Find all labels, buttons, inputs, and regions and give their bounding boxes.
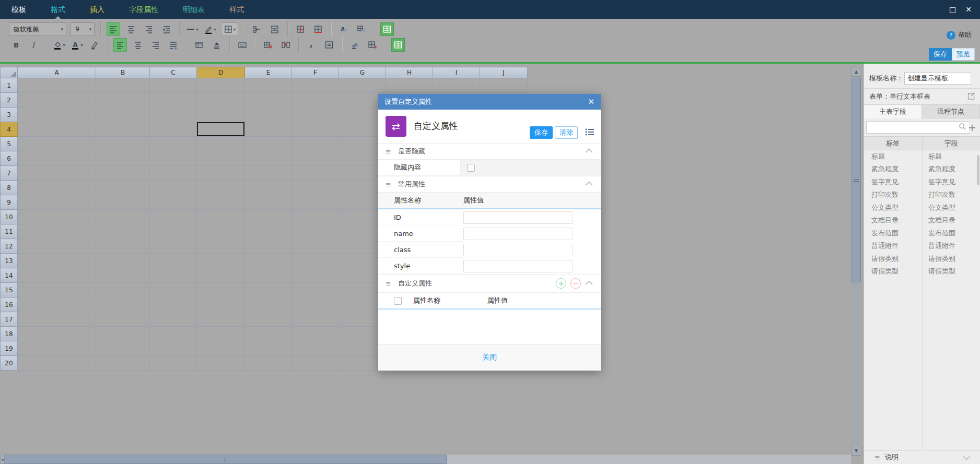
cell-D10[interactable] xyxy=(197,210,245,224)
cell-E8[interactable] xyxy=(245,181,292,195)
scroll-left-icon[interactable]: ◂ xyxy=(0,455,5,464)
cell-A7[interactable] xyxy=(18,166,96,181)
cell-C15[interactable] xyxy=(150,283,197,298)
field-row-请假类型[interactable]: 请假类型请假类型 xyxy=(864,265,980,278)
select-all-corner[interactable] xyxy=(1,67,18,78)
cell-B14[interactable] xyxy=(96,268,150,283)
row-header-2[interactable]: 2 xyxy=(1,93,18,108)
cell-E17[interactable] xyxy=(245,312,292,327)
cell-D2[interactable] xyxy=(197,93,245,108)
border-line-style-button[interactable]: ▾ xyxy=(185,22,199,36)
cell-F4[interactable] xyxy=(292,122,339,137)
align-right-button[interactable] xyxy=(149,38,162,52)
cell-E18[interactable] xyxy=(245,327,292,341)
row-header-18[interactable]: 18 xyxy=(1,327,18,341)
cell-E7[interactable] xyxy=(245,166,292,181)
cell-B11[interactable] xyxy=(96,224,150,239)
maximize-icon[interactable]: □ xyxy=(949,5,956,14)
main-field-table-button[interactable] xyxy=(380,22,394,36)
cell-J1[interactable] xyxy=(480,78,528,93)
cell-F13[interactable] xyxy=(292,254,339,268)
row-header-3[interactable]: 3 xyxy=(1,108,18,122)
field-row-普通附件[interactable]: 普通附件普通附件 xyxy=(864,240,980,253)
help-button[interactable]: ? 帮助 xyxy=(947,30,972,40)
cell-F5[interactable] xyxy=(292,137,339,151)
cell-C1[interactable] xyxy=(150,78,197,93)
center-across-button[interactable] xyxy=(322,38,336,52)
cell-A1[interactable] xyxy=(18,78,96,93)
column-header-B[interactable]: B xyxy=(96,67,150,78)
field-row-公文类型[interactable]: 公文类型公文类型 xyxy=(864,201,980,214)
column-header-A[interactable]: A xyxy=(18,67,96,78)
cell-F10[interactable] xyxy=(292,210,339,224)
section-custom-bar[interactable]: ≡ 自定义属性 + − xyxy=(378,274,601,293)
cell-F19[interactable] xyxy=(292,341,339,356)
menu-插入[interactable]: 插入 xyxy=(90,0,104,19)
field-row-打印次数[interactable]: 打印次数打印次数 xyxy=(864,188,980,201)
cell-B7[interactable] xyxy=(96,166,150,181)
cell-D17[interactable] xyxy=(197,312,245,327)
cell-B16[interactable] xyxy=(96,298,150,312)
cell-A3[interactable] xyxy=(18,108,96,122)
cell-C6[interactable] xyxy=(150,151,197,166)
scroll-down-icon[interactable]: ▼ xyxy=(851,446,861,456)
cell-A17[interactable] xyxy=(18,312,96,327)
cell-F20[interactable] xyxy=(292,356,339,371)
font-family-select[interactable]: 微软雅黑 ▾ xyxy=(9,22,66,36)
cell-A4[interactable] xyxy=(18,122,96,137)
field-row-请假类别[interactable]: 请假类别请假类别 xyxy=(864,252,980,265)
cell-F1[interactable] xyxy=(292,78,339,93)
cell-A14[interactable] xyxy=(18,268,96,283)
dialog-close-icon[interactable]: ✕ xyxy=(588,97,594,106)
menu-明细表[interactable]: 明细表 xyxy=(183,0,205,19)
cell-E20[interactable] xyxy=(245,356,292,371)
cell-E3[interactable] xyxy=(245,108,292,122)
cell-A19[interactable] xyxy=(18,341,96,356)
border-grid-button[interactable]: ▾ xyxy=(221,22,238,36)
field-row-文档目录[interactable]: 文档目录文档目录 xyxy=(864,214,980,227)
cell-E19[interactable] xyxy=(245,341,292,356)
cell-D14[interactable] xyxy=(197,268,245,283)
cell-C7[interactable] xyxy=(150,166,197,181)
horizontal-scroll-thumb[interactable] xyxy=(5,455,447,464)
clear-content-button[interactable] xyxy=(348,38,361,52)
cell-A20[interactable] xyxy=(18,356,96,371)
cell-D3[interactable] xyxy=(197,108,245,122)
cell-B12[interactable] xyxy=(96,239,150,254)
cell-E12[interactable] xyxy=(245,239,292,254)
save-button[interactable]: 保存 xyxy=(929,48,952,61)
column-header-J[interactable]: J xyxy=(480,67,528,78)
merge-cells-button[interactable] xyxy=(250,22,264,36)
cell-C12[interactable] xyxy=(150,239,197,254)
cell-D8[interactable] xyxy=(197,181,245,195)
cell-C17[interactable] xyxy=(150,312,197,327)
row-header-4[interactable]: 4 xyxy=(1,122,18,137)
unmerge-cells-button[interactable] xyxy=(279,38,293,52)
add-field-button[interactable]: + xyxy=(966,122,978,133)
cell-C8[interactable] xyxy=(150,181,197,195)
cell-B4[interactable] xyxy=(96,122,150,137)
dialog-titlebar[interactable]: 设置自定义属性 ✕ xyxy=(378,94,601,110)
column-header-H[interactable]: H xyxy=(386,67,433,78)
column-header-I[interactable]: I xyxy=(433,67,480,78)
preview-button[interactable]: 预览 xyxy=(952,48,975,61)
align-center-button[interactable] xyxy=(131,38,145,52)
align-left-button[interactable] xyxy=(113,38,127,52)
cell-E11[interactable] xyxy=(245,224,292,239)
cell-B13[interactable] xyxy=(96,254,150,268)
cell-C5[interactable] xyxy=(150,137,197,151)
remove-attribute-icon[interactable]: − xyxy=(570,278,581,289)
virtual-keyboard-button[interactable] xyxy=(236,38,249,52)
bold-button[interactable]: B xyxy=(9,38,22,52)
row-header-20[interactable]: 20 xyxy=(1,356,18,371)
cell-E16[interactable] xyxy=(245,298,292,312)
attribute-input-class[interactable] xyxy=(463,244,573,256)
row-header-15[interactable]: 15 xyxy=(1,283,18,298)
cell-D7[interactable] xyxy=(197,166,245,181)
horizontal-scrollbar[interactable]: ◂ xyxy=(0,455,851,464)
field-row-标题[interactable]: 标题标题 xyxy=(864,150,980,163)
cell-I1[interactable] xyxy=(433,78,480,93)
cell-A12[interactable] xyxy=(18,239,96,254)
cell-B2[interactable] xyxy=(96,93,150,108)
clear-font-style-button[interactable]: A xyxy=(337,22,351,36)
